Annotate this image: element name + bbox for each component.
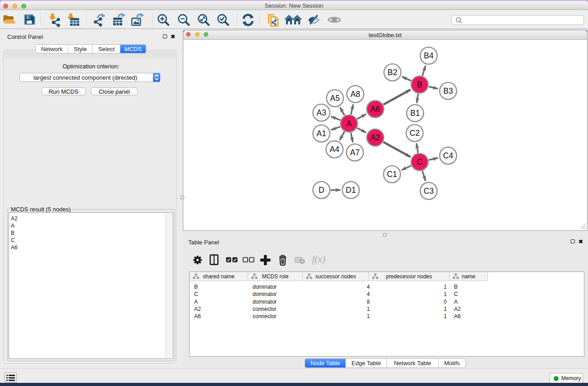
svg-text:A2: A2 — [370, 133, 380, 142]
svg-text:A3: A3 — [316, 108, 326, 117]
svg-text:D: D — [319, 186, 325, 195]
svg-text:A: A — [346, 119, 352, 128]
svg-text:B4: B4 — [424, 51, 434, 60]
svg-text:A1: A1 — [316, 129, 326, 138]
svg-text:A4: A4 — [330, 145, 339, 154]
svg-text:B2: B2 — [387, 68, 397, 77]
svg-text:B3: B3 — [443, 86, 453, 95]
svg-text:B: B — [417, 80, 422, 89]
svg-text:D1: D1 — [346, 186, 356, 195]
svg-text:A8: A8 — [350, 90, 360, 99]
svg-text:C1: C1 — [387, 170, 397, 179]
svg-text:C3: C3 — [424, 186, 434, 195]
svg-text:C4: C4 — [443, 151, 454, 160]
svg-text:B1: B1 — [410, 109, 420, 118]
svg-text:C: C — [417, 157, 423, 167]
svg-text:A5: A5 — [330, 94, 339, 103]
svg-text:C2: C2 — [410, 129, 420, 138]
svg-text:A6: A6 — [370, 105, 380, 114]
svg-text:A7: A7 — [350, 148, 359, 157]
